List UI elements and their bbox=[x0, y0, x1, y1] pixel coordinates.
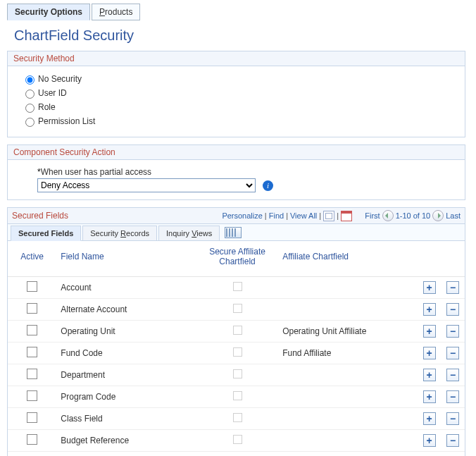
delete-row-button[interactable]: − bbox=[446, 347, 459, 359]
secured-fields-grid: Secured Fields Personalize| Find| View A… bbox=[7, 207, 465, 456]
active-checkbox[interactable] bbox=[27, 347, 37, 357]
row-range: 1-10 of 10 bbox=[396, 211, 431, 220]
affiliate-cell bbox=[278, 408, 418, 430]
next-icon[interactable] bbox=[432, 210, 444, 221]
personalize-link[interactable]: Personalize bbox=[222, 211, 262, 220]
field-name-cell: Program Code bbox=[56, 386, 196, 408]
col-secure-affiliate[interactable]: Secure Affiliate Chartfield bbox=[196, 241, 278, 277]
add-row-button[interactable]: + bbox=[423, 303, 436, 316]
field-name-cell: Fund Code bbox=[56, 343, 196, 364]
col-affiliate[interactable]: Affiliate Chartfield bbox=[278, 241, 418, 277]
delete-row-button[interactable]: − bbox=[446, 281, 459, 294]
subtab-security-records[interactable]: Security Records bbox=[82, 226, 157, 241]
table-row: Product+− bbox=[8, 452, 465, 457]
field-name-cell: Department bbox=[56, 364, 196, 386]
radio-label: Permission List bbox=[38, 116, 95, 126]
tab-products[interactable]: Products bbox=[92, 4, 140, 20]
component-security-action-header: Component Security Action bbox=[8, 145, 465, 160]
download-icon[interactable] bbox=[323, 211, 334, 221]
delete-row-button[interactable]: − bbox=[446, 412, 459, 425]
grid-subtabs: Secured Fields Security Records Inquiry … bbox=[8, 224, 465, 241]
affiliate-cell bbox=[278, 364, 418, 386]
affiliate-cell bbox=[278, 386, 418, 408]
affiliate-cell bbox=[278, 299, 418, 321]
active-checkbox[interactable] bbox=[27, 325, 37, 335]
affiliate-cell: Fund Affiliate bbox=[278, 343, 418, 364]
table-row: Budget Reference+− bbox=[8, 430, 465, 452]
secure-affiliate-checkbox[interactable] bbox=[233, 413, 242, 422]
affiliate-cell bbox=[278, 430, 418, 452]
info-icon[interactable]: i bbox=[263, 180, 273, 191]
col-active[interactable]: Active bbox=[8, 241, 56, 277]
component-security-action-group: Component Security Action When user has … bbox=[7, 144, 465, 200]
secure-affiliate-checkbox[interactable] bbox=[233, 326, 242, 335]
radio-label: No Security bbox=[38, 74, 82, 84]
secure-affiliate-checkbox[interactable] bbox=[233, 282, 242, 291]
radio-label: Role bbox=[38, 102, 56, 112]
field-name-cell: Budget Reference bbox=[56, 430, 196, 452]
zoom-icon[interactable] bbox=[341, 211, 352, 221]
secure-affiliate-checkbox[interactable] bbox=[233, 304, 242, 313]
viewall-link[interactable]: View All bbox=[290, 211, 317, 220]
delete-row-button[interactable]: − bbox=[446, 434, 459, 447]
table-row: Class Field+− bbox=[8, 408, 465, 430]
affiliate-cell bbox=[278, 452, 418, 457]
delete-row-button[interactable]: − bbox=[446, 325, 459, 338]
radio-input[interactable] bbox=[25, 90, 35, 99]
security-method-header: Security Method bbox=[8, 51, 465, 66]
radio-permission-list[interactable]: Permission List bbox=[22, 116, 451, 127]
active-checkbox[interactable] bbox=[27, 281, 37, 292]
active-checkbox[interactable] bbox=[27, 369, 37, 379]
secure-affiliate-checkbox[interactable] bbox=[233, 369, 242, 378]
radio-input[interactable] bbox=[25, 104, 35, 113]
delete-row-button[interactable]: − bbox=[446, 369, 459, 381]
partial-access-select[interactable]: Deny Access bbox=[37, 178, 256, 192]
field-name-cell: Operating Unit bbox=[56, 321, 196, 343]
delete-row-button[interactable]: − bbox=[446, 303, 459, 316]
add-row-button[interactable]: + bbox=[423, 390, 436, 403]
radio-no-security[interactable]: No Security bbox=[22, 73, 451, 85]
showall-icon[interactable] bbox=[225, 227, 242, 238]
add-row-button[interactable]: + bbox=[423, 281, 436, 294]
table-row: Program Code+− bbox=[8, 386, 465, 408]
active-checkbox[interactable] bbox=[27, 412, 37, 423]
subtab-secured-fields[interactable]: Secured Fields bbox=[11, 226, 81, 241]
active-checkbox[interactable] bbox=[27, 303, 37, 314]
first-label[interactable]: First bbox=[365, 211, 380, 220]
field-name-cell: Account bbox=[56, 277, 196, 299]
field-name-cell: Product bbox=[56, 452, 196, 457]
table-row: Operating UnitOperating Unit Affiliate+− bbox=[8, 321, 465, 343]
partial-access-label: When user has partial access bbox=[22, 167, 451, 177]
field-name-cell: Class Field bbox=[56, 408, 196, 430]
security-method-group: Security Method No SecurityUser IDRolePe… bbox=[7, 51, 465, 137]
delete-row-button[interactable]: − bbox=[446, 390, 459, 403]
radio-user-id[interactable]: User ID bbox=[22, 87, 451, 99]
col-field-name[interactable]: Field Name bbox=[56, 241, 196, 277]
table-row: Alternate Account+− bbox=[8, 299, 465, 321]
radio-role[interactable]: Role bbox=[22, 101, 451, 113]
add-row-button[interactable]: + bbox=[423, 347, 436, 359]
subtab-inquiry-views[interactable]: Inquiry Views bbox=[158, 226, 220, 241]
active-checkbox[interactable] bbox=[27, 390, 37, 401]
page-title: ChartField Security bbox=[4, 20, 469, 47]
secure-affiliate-checkbox[interactable] bbox=[233, 435, 242, 444]
radio-label: User ID bbox=[38, 88, 67, 98]
secure-affiliate-checkbox[interactable] bbox=[233, 347, 242, 357]
affiliate-cell: Operating Unit Affiliate bbox=[278, 321, 418, 343]
active-checkbox[interactable] bbox=[27, 434, 37, 445]
add-row-button[interactable]: + bbox=[423, 434, 436, 447]
radio-input[interactable] bbox=[25, 118, 35, 127]
add-row-button[interactable]: + bbox=[423, 412, 436, 425]
grid-toolbar: Personalize| Find| View All| | First 1-1… bbox=[222, 210, 461, 221]
radio-input[interactable] bbox=[25, 75, 35, 85]
table-row: Fund CodeFund Affiliate+− bbox=[8, 343, 465, 364]
secure-affiliate-checkbox[interactable] bbox=[233, 391, 242, 400]
prev-icon[interactable] bbox=[382, 210, 394, 221]
add-row-button[interactable]: + bbox=[423, 325, 436, 338]
affiliate-cell bbox=[278, 277, 418, 299]
add-row-button[interactable]: + bbox=[423, 369, 436, 381]
tab-security-options[interactable]: Security Options bbox=[7, 4, 90, 20]
find-link[interactable]: Find bbox=[269, 211, 284, 220]
table-row: Account+− bbox=[8, 277, 465, 299]
last-label[interactable]: Last bbox=[446, 211, 461, 220]
